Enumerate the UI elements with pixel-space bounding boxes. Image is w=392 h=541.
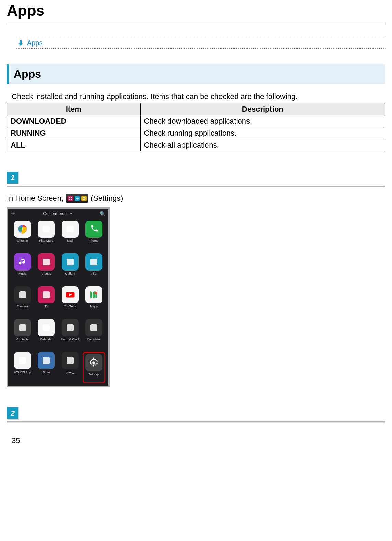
app-label: Maps: [90, 305, 98, 308]
section-header: Apps: [7, 64, 385, 84]
app-cell: TV: [35, 286, 58, 318]
mail-icon: [62, 221, 79, 238]
table-cell-description: Check running applications.: [140, 127, 385, 139]
app-label: Contacts: [16, 338, 29, 341]
maps-icon: [85, 286, 102, 303]
ゲーム-icon: [62, 352, 79, 369]
app-label: Calculator: [87, 338, 101, 341]
table-header-item: Item: [7, 103, 141, 115]
svg-rect-2: [69, 199, 70, 200]
svg-rect-1: [71, 197, 72, 198]
table-cell-item: ALL: [7, 139, 141, 151]
page-title: Apps: [7, 2, 385, 19]
items-table: Item Description DOWNLOADED Check downlo…: [7, 103, 385, 151]
app-cell: Calculator: [83, 319, 106, 351]
svg-rect-11: [90, 259, 97, 265]
app-cell: Calendar: [35, 319, 58, 351]
table-header-description: Description: [140, 103, 385, 115]
chrome-icon: [14, 221, 31, 238]
alarm-&-clock-icon: [62, 319, 79, 336]
app-label: Settings: [88, 373, 100, 376]
app-cell: YouTube: [59, 286, 82, 318]
page-number: 35: [12, 436, 385, 445]
app-label: TV: [44, 305, 48, 308]
camera-icon: [14, 286, 31, 303]
page-dots: • • •: [8, 384, 108, 387]
aquos-app-icon: [14, 352, 31, 369]
gallery-icon: [62, 253, 79, 270]
app-label: Alarm & Clock: [60, 338, 80, 341]
phone-icon: [85, 221, 102, 238]
down-arrow-icon: ⬇: [18, 39, 24, 47]
svg-rect-20: [19, 357, 26, 364]
app-label: Store: [42, 370, 50, 374]
hamburger-icon: ☰: [11, 211, 15, 216]
app-cell: Camera: [11, 286, 34, 318]
step-divider: [7, 421, 385, 423]
app-label: Calendar: [40, 338, 53, 341]
table-cell-description: Check all applications.: [140, 139, 385, 151]
svg-rect-7: [43, 226, 50, 232]
app-label: AQUOS App: [14, 370, 31, 374]
svg-rect-13: [43, 291, 50, 298]
music-icon: [14, 253, 31, 270]
svg-point-4: [83, 197, 85, 200]
table-row: RUNNING Check running applications.: [7, 127, 385, 139]
app-cell: ゲーム: [59, 352, 82, 383]
app-cell: Music: [11, 253, 34, 285]
app-cell: Play Store: [35, 221, 58, 252]
app-label: Gallery: [65, 272, 75, 275]
app-label: Play Store: [39, 239, 53, 242]
step-badge-1: 1: [7, 172, 18, 184]
play-store-icon: [38, 221, 55, 238]
app-swipe-icon: [66, 194, 88, 203]
calendar-icon: [38, 319, 55, 336]
app-cell: Alarm & Clock: [59, 319, 82, 351]
app-cell: Phone: [83, 221, 106, 252]
svg-rect-21: [43, 357, 50, 364]
svg-rect-3: [71, 199, 72, 200]
step-text-before: In Home Screen,: [7, 194, 63, 203]
contacts-icon: [14, 319, 31, 336]
svg-point-23: [93, 361, 96, 364]
app-label: Music: [18, 272, 27, 275]
svg-rect-12: [19, 291, 26, 298]
section-intro: Check installed and running applications…: [12, 92, 385, 101]
title-divider: [7, 23, 385, 23]
tv-icon: [38, 286, 55, 303]
app-cell: Maps: [83, 286, 106, 318]
step-text-after: (Settings): [91, 194, 123, 203]
app-cell: Videos: [35, 253, 58, 285]
app-cell: File: [83, 253, 106, 285]
store-icon: [38, 352, 55, 369]
app-label: Chrome: [17, 239, 28, 242]
app-label: Camera: [17, 305, 28, 308]
phone-screenshot: ☰ Custom order ▾ 🔍 ChromePlay StoreMailP…: [7, 207, 110, 387]
search-icon: 🔍: [100, 211, 105, 216]
svg-rect-17: [43, 324, 50, 331]
app-cell: Store: [35, 352, 58, 383]
table-cell-item: RUNNING: [7, 127, 141, 139]
app-cell: Mail: [59, 221, 82, 252]
svg-rect-22: [67, 357, 74, 364]
app-label: YouTube: [64, 305, 76, 308]
table-row: ALL Check all applications.: [7, 139, 385, 151]
svg-rect-9: [43, 259, 50, 265]
toc-row[interactable]: ⬇ Apps: [16, 37, 385, 49]
table-cell-description: Check downloaded applications.: [140, 115, 385, 127]
app-label: ゲーム: [65, 370, 75, 375]
step-1-instruction: In Home Screen, (Settings): [7, 194, 385, 203]
app-label: Videos: [42, 272, 51, 275]
app-cell: Settings: [85, 354, 104, 376]
phone-top-label: Custom order ▾: [15, 211, 100, 216]
svg-rect-10: [67, 259, 74, 265]
svg-rect-18: [67, 324, 74, 331]
app-label: Phone: [89, 239, 98, 242]
calculator-icon: [85, 319, 102, 336]
svg-rect-0: [69, 197, 70, 198]
toc-link[interactable]: Apps: [27, 39, 43, 47]
step-divider: [7, 186, 385, 187]
app-cell: Contacts: [11, 319, 34, 351]
file-icon: [85, 253, 102, 270]
table-row: DOWNLOADED Check downloaded applications…: [7, 115, 385, 127]
